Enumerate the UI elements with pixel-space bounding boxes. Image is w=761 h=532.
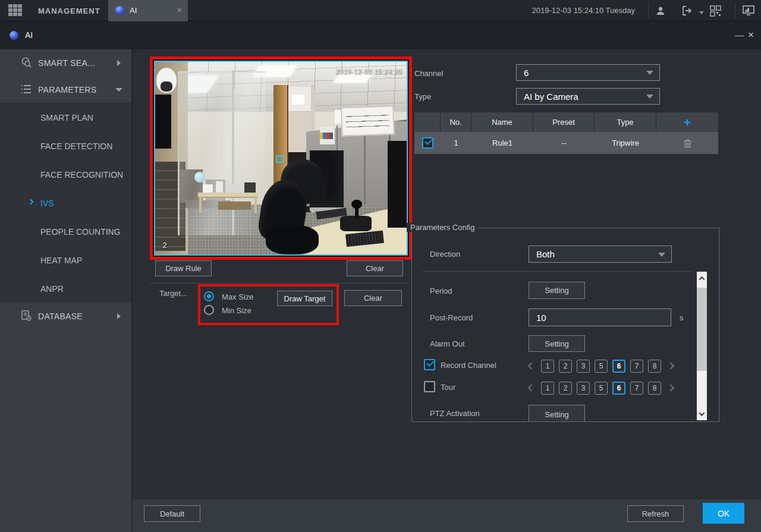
channel-button-3[interactable]: 3 bbox=[577, 360, 590, 373]
channel-button-2[interactable]: 2 bbox=[559, 360, 572, 373]
type-label: Type bbox=[414, 92, 431, 101]
parameters-submenu: SMART PLAN FACE DETECTION FACE RECOGNITI… bbox=[0, 103, 131, 303]
channel-button-6[interactable]: 6 bbox=[612, 382, 625, 395]
channel-button-3[interactable]: 3 bbox=[577, 382, 590, 395]
sidebar-item-anpr[interactable]: ANPR bbox=[0, 274, 131, 303]
target-size-box[interactable] bbox=[276, 155, 284, 163]
tour-checkbox[interactable] bbox=[424, 381, 435, 392]
parameters-config-group: Direction Both Period Setting Post-Recor… bbox=[411, 228, 719, 422]
channel-button-7[interactable]: 7 bbox=[630, 360, 643, 373]
max-size-radio[interactable] bbox=[204, 291, 214, 301]
logout-caret-icon[interactable] bbox=[699, 11, 704, 14]
annotation-video-highlight: 2019-12-03 15:24:30 2 bbox=[150, 56, 412, 260]
logout-icon[interactable] bbox=[680, 5, 693, 17]
camera-scene: 2019-12-03 15:24:30 2 bbox=[155, 62, 407, 254]
chevron-down-icon bbox=[658, 253, 665, 257]
clear-rule-button[interactable]: Clear bbox=[347, 260, 403, 276]
chevron-down-icon bbox=[646, 95, 653, 99]
user-icon[interactable] bbox=[654, 5, 667, 17]
delete-rule-button[interactable] bbox=[656, 132, 718, 154]
add-rule-button[interactable]: + bbox=[684, 117, 691, 128]
draw-target-button[interactable]: Draw Target bbox=[277, 291, 332, 306]
type-dropdown[interactable]: AI by Camera bbox=[516, 88, 660, 105]
record-channel-checkbox[interactable] bbox=[424, 359, 435, 370]
draw-rule-button[interactable]: Draw Rule bbox=[155, 260, 212, 276]
channel-button-8[interactable]: 8 bbox=[648, 360, 661, 373]
sidebar-item-heat-map[interactable]: HEAT MAP bbox=[0, 245, 131, 274]
channel-button-5[interactable]: 5 bbox=[595, 382, 608, 395]
default-button[interactable]: Default bbox=[144, 505, 200, 522]
ai-head-icon bbox=[115, 6, 124, 15]
min-size-radio[interactable] bbox=[204, 305, 214, 315]
clear-target-button[interactable]: Clear bbox=[344, 290, 402, 306]
channel-button-8[interactable]: 8 bbox=[648, 382, 661, 395]
ok-button[interactable]: OK bbox=[703, 503, 744, 524]
sidebar-item-parameters[interactable]: PARAMETERS bbox=[0, 76, 131, 103]
sidebar-item-people-counting[interactable]: PEOPLE COUNTING bbox=[0, 217, 131, 245]
channel-button-7[interactable]: 7 bbox=[630, 382, 643, 395]
channel-button-1[interactable]: 1 bbox=[541, 360, 554, 373]
channel-button-1[interactable]: 1 bbox=[541, 382, 554, 395]
scrollbar[interactable] bbox=[697, 272, 707, 420]
scene-globe bbox=[194, 172, 206, 182]
table-row[interactable]: 1 Rule1 -- Tripwire bbox=[414, 132, 718, 154]
period-setting-button[interactable]: Setting bbox=[529, 282, 585, 299]
refresh-button[interactable]: Refresh bbox=[627, 505, 684, 522]
alarm-out-label: Alarm Out bbox=[430, 339, 465, 348]
scroll-down-icon[interactable] bbox=[697, 407, 707, 420]
rule-table-header: No. Name Preset Type + bbox=[414, 112, 718, 132]
smart-search-icon bbox=[20, 56, 32, 71]
tab-ai[interactable]: AI × bbox=[108, 0, 188, 21]
ptz-setting-button[interactable]: Setting bbox=[529, 405, 585, 422]
sidebar-item-ivs[interactable]: IVS bbox=[0, 188, 131, 217]
video-preview[interactable]: 2019-12-03 15:24:30 2 bbox=[154, 61, 408, 256]
window-title-bar: AI — × bbox=[0, 21, 761, 49]
chevron-right-icon bbox=[117, 313, 121, 319]
sidebar-item-smart-plan[interactable]: SMART PLAN bbox=[0, 103, 131, 131]
scene-ptz-camera bbox=[156, 68, 177, 93]
chevron-right-icon[interactable] bbox=[667, 362, 675, 370]
video-channel-number: 2 bbox=[163, 241, 167, 250]
post-record-unit: s bbox=[680, 313, 684, 322]
scrollbar-thumb[interactable] bbox=[697, 288, 707, 371]
scroll-up-icon[interactable] bbox=[697, 272, 707, 285]
management-menu[interactable]: MANAGEMENT bbox=[38, 7, 100, 15]
channel-button-5[interactable]: 5 bbox=[595, 360, 608, 373]
sidebar-filler bbox=[0, 331, 131, 532]
rule-checkbox[interactable] bbox=[422, 137, 433, 149]
scene-whiteboard bbox=[341, 105, 394, 136]
min-size-label: Min Size bbox=[222, 306, 251, 315]
chevron-down-icon bbox=[115, 88, 122, 92]
sidebar-item-face-recognition[interactable]: FACE RECOGNITION bbox=[0, 160, 131, 188]
database-icon bbox=[20, 310, 32, 324]
divider bbox=[150, 283, 408, 284]
chevron-left-icon[interactable] bbox=[527, 384, 535, 392]
close-icon[interactable]: × bbox=[748, 29, 754, 41]
monitor-icon[interactable] bbox=[742, 5, 755, 17]
chevron-left-icon[interactable] bbox=[527, 362, 535, 370]
qr-code-icon[interactable] bbox=[709, 5, 722, 17]
minimize-icon[interactable]: — bbox=[735, 30, 744, 40]
ai-head-icon bbox=[10, 31, 18, 40]
post-record-input[interactable]: 10 bbox=[529, 309, 671, 326]
divider bbox=[423, 271, 691, 272]
sidebar-item-database[interactable]: DATABASE bbox=[0, 303, 131, 331]
direction-dropdown[interactable]: Both bbox=[529, 245, 672, 263]
sidebar-item-smart-search[interactable]: SMART SEA... bbox=[0, 49, 131, 76]
window-title: AI bbox=[25, 30, 33, 40]
apps-grid-icon[interactable] bbox=[8, 4, 24, 17]
sidebar-item-face-detection[interactable]: FACE DETECTION bbox=[0, 131, 131, 160]
chevron-down-icon bbox=[646, 71, 653, 75]
alarm-out-setting-button[interactable]: Setting bbox=[529, 335, 585, 352]
record-channel-selector: 1235678 bbox=[529, 359, 674, 373]
app-window: MANAGEMENT AI × 2019-12-03 15:24:10 Tues… bbox=[0, 0, 761, 532]
channel-button-6[interactable]: 6 bbox=[612, 360, 625, 373]
tour-channel-selector: 1235678 bbox=[529, 381, 674, 395]
channel-dropdown[interactable]: 6 bbox=[516, 64, 660, 81]
separator bbox=[735, 2, 735, 19]
tab-close-icon[interactable]: × bbox=[177, 5, 182, 15]
chevron-right-icon[interactable] bbox=[667, 384, 675, 392]
sidebar: SMART SEA... PARAMETERS SMART PLAN FACE … bbox=[0, 49, 132, 532]
channel-button-2[interactable]: 2 bbox=[559, 382, 572, 395]
parameters-icon bbox=[20, 83, 32, 97]
